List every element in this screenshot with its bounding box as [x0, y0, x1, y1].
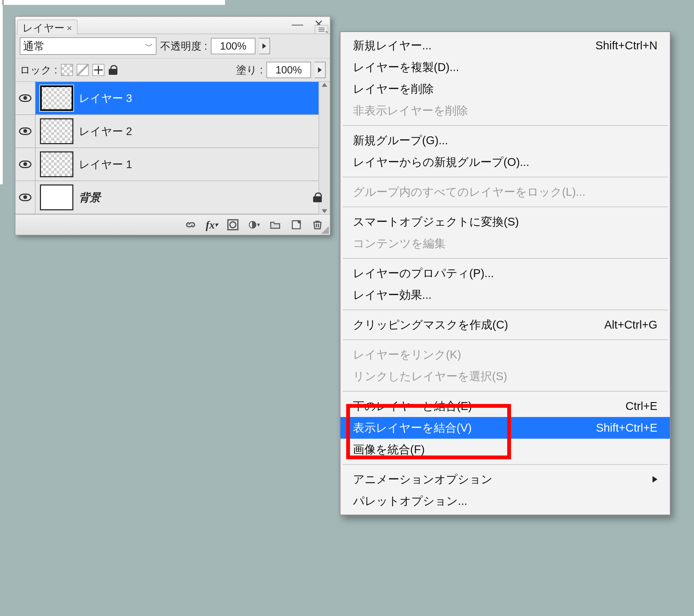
menu-separator — [343, 464, 668, 465]
menu-item[interactable]: レイヤーのプロパティ(P)... — [341, 262, 670, 284]
menu-item-label: グループ内のすべてのレイヤーをロック(L)... — [353, 184, 585, 200]
layers-tab[interactable]: レイヤー × — [17, 19, 77, 34]
opacity-label: 不透明度 : — [160, 39, 207, 53]
panel-footer: fx▾ ▾ — [16, 214, 330, 235]
menu-item: コンテンツを編集 — [341, 233, 670, 254]
menu-separator — [343, 206, 668, 207]
layer-name[interactable]: レイヤー 2 — [79, 124, 132, 139]
menu-item[interactable]: スマートオブジェクトに変換(S) — [341, 211, 670, 233]
menu-item-label: 新規グループ(G)... — [353, 133, 448, 148]
blend-opacity-row: 通常 ﹀ 不透明度 : 100% — [16, 34, 330, 58]
layer-name[interactable]: 背景 — [79, 190, 101, 205]
visibility-toggle[interactable] — [16, 181, 36, 214]
svg-point-1 — [230, 222, 236, 228]
shortcut-label: Shift+Ctrl+N — [595, 39, 657, 52]
lock-icon — [313, 193, 322, 202]
layer-thumbnail[interactable] — [40, 151, 73, 177]
lock-all-icon[interactable] — [108, 65, 118, 75]
submenu-arrow-icon — [653, 476, 657, 483]
menu-item[interactable]: レイヤーを削除 — [341, 78, 670, 100]
layer-row[interactable]: レイヤー 1 — [16, 148, 330, 181]
menu-item[interactable]: 画像を統合(F) — [341, 439, 670, 460]
lock-position-icon[interactable] — [92, 64, 104, 76]
menu-item-label: スマートオブジェクトに変換(S) — [353, 214, 519, 229]
fill-value: 100% — [275, 64, 302, 76]
menu-item[interactable]: クリッピングマスクを作成(C)Alt+Ctrl+G — [341, 314, 670, 336]
menu-item-label: レイヤーからの新規グループ(O)... — [353, 155, 529, 170]
layer-thumbnail[interactable] — [40, 184, 73, 211]
close-icon[interactable]: × — [67, 23, 72, 33]
layer-body[interactable]: レイヤー 2 — [36, 115, 330, 147]
menu-item[interactable]: パレットオプション... — [341, 490, 670, 512]
eye-icon — [19, 127, 32, 135]
layer-row[interactable]: レイヤー 2 — [16, 115, 330, 148]
visibility-toggle[interactable] — [16, 115, 36, 147]
menu-separator — [343, 125, 668, 126]
resize-grip-icon[interactable] — [321, 226, 329, 234]
menu-item-label: 画像を統合(F) — [353, 442, 425, 457]
fill-field[interactable]: 100% — [267, 62, 311, 78]
layer-mask-icon[interactable] — [227, 219, 239, 231]
layer-row[interactable]: 背景 — [16, 181, 330, 214]
layer-body[interactable]: レイヤー 3 — [36, 82, 330, 114]
new-layer-icon[interactable] — [290, 219, 302, 231]
layer-body[interactable]: レイヤー 1 — [36, 148, 330, 181]
lock-transparent-icon[interactable] — [61, 64, 73, 76]
menu-item-label: 新規レイヤー... — [353, 38, 432, 53]
eye-icon — [19, 94, 32, 102]
blend-mode-select[interactable]: 通常 ﹀ — [20, 37, 157, 55]
menu-item-label: レイヤーをリンク(K) — [353, 347, 461, 362]
visibility-toggle[interactable] — [16, 82, 36, 114]
panel-titlebar[interactable]: — ✕ レイヤー × — [16, 17, 330, 34]
adjustment-layer-icon[interactable]: ▾ — [248, 219, 260, 231]
fill-label: 塗り : — [236, 63, 263, 77]
layer-name[interactable]: レイヤー 3 — [79, 91, 132, 106]
eye-icon — [19, 161, 32, 168]
layer-name[interactable]: レイヤー 1 — [79, 157, 132, 172]
lock-fill-row: ロック : 塗り : 100% — [16, 58, 330, 82]
menu-item[interactable]: 新規グループ(G)... — [341, 130, 670, 151]
layers-panel-context-menu: 新規レイヤー...Shift+Ctrl+Nレイヤーを複製(D)...レイヤーを削… — [340, 31, 671, 515]
opacity-value: 100% — [220, 40, 246, 52]
scroll-up-icon[interactable] — [322, 83, 327, 87]
layer-style-icon[interactable]: fx▾ — [206, 219, 218, 231]
menu-item[interactable]: レイヤーからの新規グループ(O)... — [341, 151, 670, 173]
eye-icon — [19, 194, 32, 201]
lock-pixels-icon[interactable] — [77, 64, 89, 76]
opacity-flyout[interactable] — [259, 38, 270, 54]
lock-label: ロック : — [20, 63, 57, 77]
menu-item[interactable]: レイヤー効果... — [341, 284, 670, 306]
menu-item-label: レイヤーを複製(D)... — [353, 60, 459, 75]
layer-list: レイヤー 3レイヤー 2レイヤー 1背景 — [16, 82, 330, 214]
menu-item-label: レイヤーを削除 — [353, 81, 434, 96]
visibility-toggle[interactable] — [16, 148, 36, 181]
menu-item[interactable]: アニメーションオプション — [341, 469, 670, 490]
shortcut-label: Alt+Ctrl+G — [604, 318, 657, 331]
menu-item-label: クリッピングマスクを作成(C) — [353, 317, 508, 332]
panel-flyout-menu-button[interactable] — [315, 25, 328, 34]
menu-item[interactable]: 表示レイヤーを結合(V)Shift+Ctrl+E — [341, 417, 670, 439]
menu-item-label: レイヤー効果... — [353, 287, 432, 303]
layer-thumbnail[interactable] — [40, 85, 73, 111]
menu-item: グループ内のすべてのレイヤーをロック(L)... — [341, 181, 670, 203]
new-group-icon[interactable] — [269, 219, 281, 231]
opacity-field[interactable]: 100% — [211, 38, 255, 54]
layer-body[interactable]: 背景 — [36, 181, 330, 214]
menu-item-label: レイヤーのプロパティ(P)... — [353, 266, 494, 281]
layer-row[interactable]: レイヤー 3 — [16, 82, 330, 115]
fill-flyout[interactable] — [315, 62, 326, 78]
menu-item-label: 非表示レイヤーを削除 — [353, 103, 468, 118]
menu-item[interactable]: 新規レイヤー...Shift+Ctrl+N — [341, 35, 670, 56]
menu-item-label: コンテンツを編集 — [353, 236, 446, 251]
menu-item-label: リンクしたレイヤーを選択(S) — [353, 369, 507, 384]
menu-separator — [343, 177, 668, 177]
menu-item-label: 表示レイヤーを結合(V) — [353, 420, 472, 435]
canvas-top-edge — [0, 0, 225, 5]
menu-separator — [343, 258, 668, 259]
tab-title: レイヤー — [22, 21, 65, 35]
layer-thumbnail[interactable] — [40, 118, 73, 144]
menu-item[interactable]: 下のレイヤーと結合(E)Ctrl+E — [341, 395, 670, 417]
menu-item[interactable]: レイヤーを複製(D)... — [341, 56, 670, 78]
scroll-down-icon[interactable] — [322, 209, 327, 213]
link-layers-icon[interactable] — [185, 219, 197, 231]
